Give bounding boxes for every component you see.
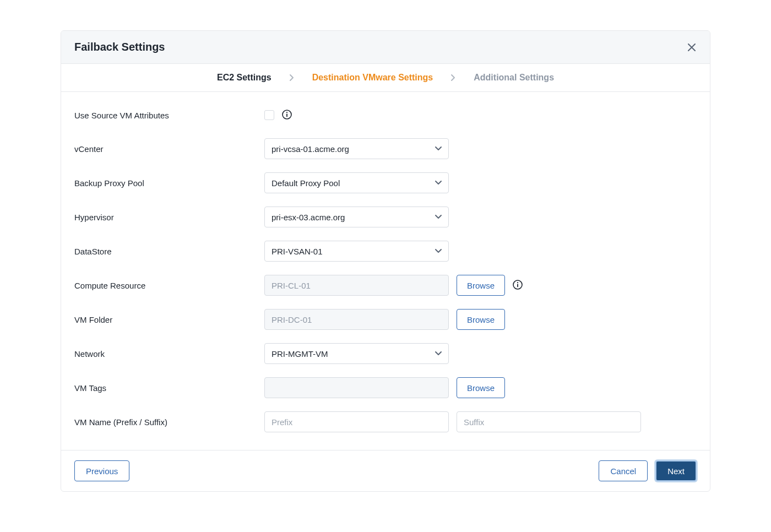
label-vm-name: VM Name (Prefix / Suffix) <box>74 417 264 427</box>
row-network: Network PRI-MGMT-VM <box>74 343 697 364</box>
row-compute-resource: Compute Resource PRI-CL-01 Browse <box>74 275 697 296</box>
previous-button[interactable]: Previous <box>74 460 129 481</box>
label-use-source-vm-attributes: Use Source VM Attributes <box>74 111 264 120</box>
next-button[interactable]: Next <box>655 460 697 481</box>
label-vm-folder: VM Folder <box>74 315 264 324</box>
modal-footer: Previous Cancel Next <box>61 450 710 491</box>
browse-vm-tags-button[interactable]: Browse <box>457 377 505 398</box>
field-compute-resource: PRI-CL-01 <box>264 275 449 296</box>
row-hypervisor: Hypervisor pri-esx-03.acme.org <box>74 207 697 227</box>
select-hypervisor[interactable]: pri-esx-03.acme.org <box>264 207 449 227</box>
modal-header: Failback Settings <box>61 31 710 64</box>
select-vcenter[interactable]: pri-vcsa-01.acme.org <box>264 138 449 159</box>
svg-point-1 <box>286 112 287 113</box>
chevron-right-icon <box>450 74 456 82</box>
label-vcenter: vCenter <box>74 144 264 154</box>
info-icon[interactable] <box>513 280 523 291</box>
chevron-right-icon <box>289 74 295 82</box>
select-network[interactable]: PRI-MGMT-VM <box>264 343 449 364</box>
row-backup-proxy-pool: Backup Proxy Pool Default Proxy Pool <box>74 172 697 193</box>
modal-title: Failback Settings <box>74 41 165 53</box>
input-vm-name-prefix[interactable] <box>264 411 449 432</box>
field-vm-tags <box>264 377 449 398</box>
tab-ec2-settings[interactable]: EC2 Settings <box>217 73 272 83</box>
row-vm-folder: VM Folder PRI-DC-01 Browse <box>74 309 697 330</box>
select-datastore[interactable]: PRI-VSAN-01 <box>264 241 449 262</box>
tab-additional-settings[interactable]: Additional Settings <box>474 73 554 83</box>
label-vm-tags: VM Tags <box>74 383 264 393</box>
label-network: Network <box>74 349 264 359</box>
row-vm-name: VM Name (Prefix / Suffix) <box>74 411 697 432</box>
close-icon[interactable] <box>687 42 697 52</box>
form-body: Use Source VM Attributes vCenter pri-vcs… <box>61 92 710 450</box>
cancel-button[interactable]: Cancel <box>599 460 648 481</box>
svg-point-4 <box>517 282 518 283</box>
input-vm-name-suffix[interactable] <box>457 411 641 432</box>
wizard-steps: EC2 Settings Destination VMware Settings… <box>61 64 710 92</box>
failback-settings-modal: Failback Settings EC2 Settings Destinati… <box>61 30 710 492</box>
browse-compute-resource-button[interactable]: Browse <box>457 275 505 296</box>
info-icon[interactable] <box>282 110 292 121</box>
select-backup-proxy-pool[interactable]: Default Proxy Pool <box>264 172 449 193</box>
label-datastore: DataStore <box>74 247 264 256</box>
row-use-source-vm-attributes: Use Source VM Attributes <box>74 105 697 125</box>
label-backup-proxy-pool: Backup Proxy Pool <box>74 178 264 188</box>
row-vm-tags: VM Tags Browse <box>74 377 697 398</box>
label-compute-resource: Compute Resource <box>74 281 264 290</box>
field-vm-folder: PRI-DC-01 <box>264 309 449 330</box>
checkbox-use-source-vm-attributes[interactable] <box>264 110 274 120</box>
row-vcenter: vCenter pri-vcsa-01.acme.org <box>74 138 697 159</box>
browse-vm-folder-button[interactable]: Browse <box>457 309 505 330</box>
svg-rect-5 <box>517 284 518 287</box>
label-hypervisor: Hypervisor <box>74 213 264 222</box>
tab-destination-vmware-settings[interactable]: Destination VMware Settings <box>312 73 433 83</box>
row-datastore: DataStore PRI-VSAN-01 <box>74 241 697 262</box>
svg-rect-2 <box>286 113 287 117</box>
